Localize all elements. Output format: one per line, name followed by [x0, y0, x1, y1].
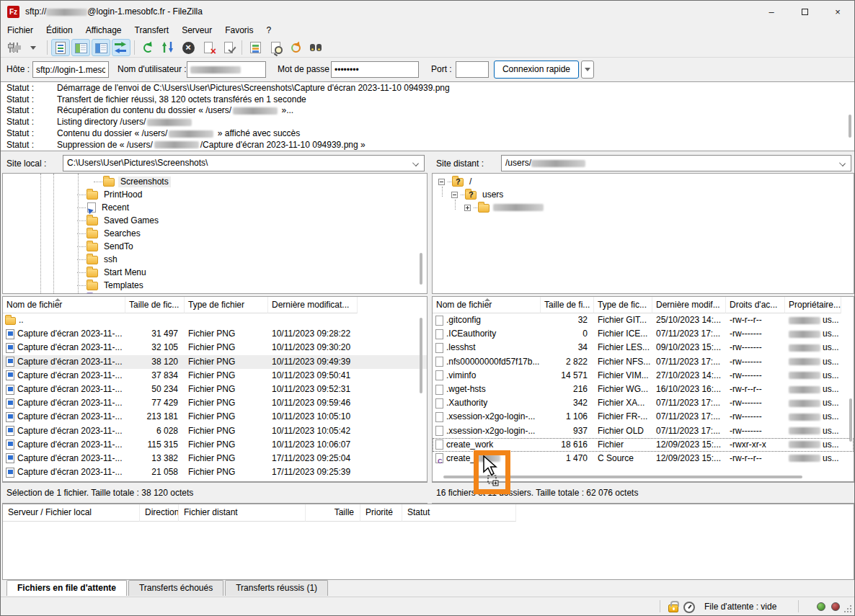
local-site-combo[interactable]: C:\Users\User\Pictures\Screenshots\ — [63, 155, 425, 171]
.xsession-x2go-login-...[interactable]: .xsession-x2go-login-...1 106Fichier FR-… — [433, 410, 854, 424]
.lesshst[interactable]: .lesshst34Fichier LES...09/10/2023 15:..… — [433, 341, 854, 354]
activity-indicator-green — [817, 602, 825, 611]
column-header[interactable]: Droits d'ac... — [726, 297, 785, 313]
toggle-message-log-button[interactable] — [51, 39, 70, 56]
find-files-button[interactable] — [306, 39, 325, 56]
local-tree-item[interactable]: Templates — [3, 279, 427, 292]
column-header[interactable]: Nom de fichier — [3, 297, 125, 313]
Capture d'écran 2023-11-...[interactable]: Capture d'écran 2023-11-...21 058Fichier… — [3, 465, 427, 479]
close-button[interactable]: × — [821, 1, 854, 22]
queue-tab[interactable]: Fichiers en file d'attente — [6, 580, 127, 596]
folder-icon — [87, 202, 96, 213]
Capture d'écran 2023-11-...[interactable]: Capture d'écran 2023-11-...13 382Fichier… — [3, 452, 427, 465]
minimize-button[interactable]: – — [755, 1, 788, 22]
Capture d'écran 2023-11-...[interactable]: Capture d'écran 2023-11-...213 181Fichie… — [3, 410, 427, 424]
quickconnect-dropdown[interactable] — [581, 61, 594, 79]
menu-item[interactable]: Fichier — [1, 22, 40, 38]
local-tree-item[interactable]: Searches — [3, 227, 427, 240]
speed-limit-icon[interactable] — [683, 602, 695, 613]
local-tree-item[interactable] — [3, 292, 427, 294]
directory-comparison-button[interactable] — [246, 39, 265, 56]
column-header[interactable]: Type de fic... — [594, 297, 652, 313]
tree-expander[interactable] — [464, 205, 471, 211]
local-tree-item[interactable]: Saved Games — [3, 214, 427, 227]
.nfs00000000fd57f17b...[interactable]: .nfs00000000fd57f17b...2 822Fichier NFS.… — [433, 355, 854, 369]
host-input[interactable] — [32, 61, 109, 78]
local-tree-item[interactable]: Recent — [3, 201, 427, 214]
local-tree-item[interactable]: Start Menu — [3, 266, 427, 279]
Capture d'écran 2023-11-...[interactable]: Capture d'écran 2023-11-...77 429Fichier… — [3, 396, 427, 410]
log-scrollbar-thumb[interactable] — [849, 115, 851, 138]
remote-tree-item[interactable] — [433, 201, 854, 214]
local-tree-scrollbar-thumb[interactable] — [420, 253, 422, 285]
local-list-scrollbar-thumb[interactable] — [420, 318, 422, 393]
site-manager-button[interactable] — [4, 39, 23, 56]
Capture d'écran 2023-11-...[interactable]: Capture d'écran 2023-11-...32 105Fichier… — [3, 341, 427, 354]
column-header[interactable]: Fichier distant — [179, 504, 306, 522]
queue-tab[interactable]: Transferts réussis (1) — [225, 580, 328, 596]
column-header[interactable]: Type de fichier — [185, 297, 268, 313]
toggle-remote-tree-button[interactable] — [92, 39, 110, 56]
column-header[interactable]: Dernière modificat... — [268, 297, 358, 313]
local-tree-item[interactable]: Screenshots — [3, 175, 427, 188]
column-header[interactable]: Priorité — [360, 504, 402, 522]
column-header[interactable]: Serveur / Fichier local — [3, 504, 140, 522]
.wget-hsts[interactable]: .wget-hsts216Fichier WG...16/10/2023 16:… — [433, 383, 854, 396]
menu-item[interactable]: Serveur — [175, 22, 218, 38]
menu-item[interactable]: ? — [260, 22, 278, 38]
chevron-down-icon[interactable] — [413, 160, 419, 166]
create_work[interactable]: create_work18 616Fichier12/09/2023 15:..… — [433, 438, 854, 452]
column-header[interactable]: Nom de fichier — [433, 297, 541, 313]
Capture d'écran 2023-11-...[interactable]: Capture d'écran 2023-11-...6 028Fichier … — [3, 424, 427, 438]
remote-tree-item[interactable]: / — [433, 175, 854, 188]
maximize-button[interactable] — [788, 1, 821, 22]
.Xauthority[interactable]: .Xauthority342Fichier XA...07/11/2023 17… — [433, 396, 854, 410]
chevron-down-icon[interactable] — [840, 160, 846, 166]
.xsession-x2go-login-...[interactable]: .xsession-x2go-login-...937Fichier OLD07… — [433, 424, 854, 438]
column-header[interactable]: Propriétaire... — [785, 297, 841, 313]
quickconnect-button[interactable]: Connexion rapide — [494, 61, 579, 79]
lock-icon[interactable] — [668, 604, 678, 612]
tree-expander[interactable] — [438, 179, 445, 185]
synchronized-browsing-button[interactable] — [286, 39, 305, 56]
tree-expander[interactable] — [451, 192, 458, 198]
port-input[interactable] — [456, 61, 489, 78]
menu-item[interactable]: Transfert — [128, 22, 176, 38]
menu-item[interactable]: Affichage — [79, 22, 128, 38]
Capture d'écran 2023-11-...[interactable]: Capture d'écran 2023-11-...31 497Fichier… — [3, 327, 427, 341]
.gitconfig[interactable]: .gitconfig32Fichier GIT...25/10/2023 14:… — [433, 313, 854, 327]
Capture d'écran 2023-11-...[interactable]: Capture d'écran 2023-11-...50 234Fichier… — [3, 383, 427, 396]
.ICEauthority[interactable]: .ICEauthority0Fichier ICE...07/11/2023 1… — [433, 327, 854, 341]
local-tree-item[interactable]: PrintHood — [3, 188, 427, 201]
local-tree-item[interactable]: SendTo — [3, 240, 427, 253]
remote-tree-item[interactable]: users — [433, 188, 854, 201]
directory-listing-filters-button[interactable] — [266, 39, 285, 56]
username-input[interactable] — [187, 61, 266, 78]
password-input[interactable] — [331, 61, 419, 78]
..[interactable]: .. — [3, 313, 427, 327]
Capture d'écran 2023-11-...[interactable]: Capture d'écran 2023-11-...38 120Fichier… — [3, 355, 427, 369]
queue-tab[interactable]: Transferts échoués — [128, 580, 223, 596]
remote-list-scrollbar-thumb[interactable] — [849, 398, 852, 442]
disconnect-button[interactable] — [199, 39, 218, 56]
column-header[interactable]: Dernière modif... — [652, 297, 726, 313]
column-header[interactable]: Statut — [402, 504, 516, 522]
Capture d'écran 2023-11-...[interactable]: Capture d'écran 2023-11-...37 834Fichier… — [3, 369, 427, 383]
panel-splitter[interactable] — [428, 154, 432, 504]
column-header[interactable]: Taille de fi... — [541, 297, 594, 313]
toggle-local-tree-button[interactable] — [71, 39, 90, 56]
column-header[interactable]: Taille — [306, 504, 360, 522]
resize-grip[interactable] — [843, 604, 853, 614]
cancel-button[interactable] — [179, 39, 198, 56]
column-header[interactable]: Direction — [140, 504, 179, 522]
log-line: Statut :Récupération du contenu du dossi… — [1, 105, 854, 117]
local-tree-item[interactable]: ssh — [3, 253, 427, 266]
refresh-button[interactable] — [138, 39, 157, 56]
.viminfo[interactable]: .viminfo14 571Fichier VIM...27/10/2023 1… — [433, 369, 854, 383]
menu-item[interactable]: Favoris — [218, 22, 260, 38]
Capture d'écran 2023-11-...[interactable]: Capture d'écran 2023-11-...115 315Fichie… — [3, 438, 427, 452]
column-header[interactable]: Taille de fic... — [125, 297, 185, 313]
remote-site-combo[interactable]: /users/ — [501, 155, 851, 171]
process-queue-button[interactable] — [159, 39, 177, 56]
menu-item[interactable]: Édition — [40, 22, 79, 38]
